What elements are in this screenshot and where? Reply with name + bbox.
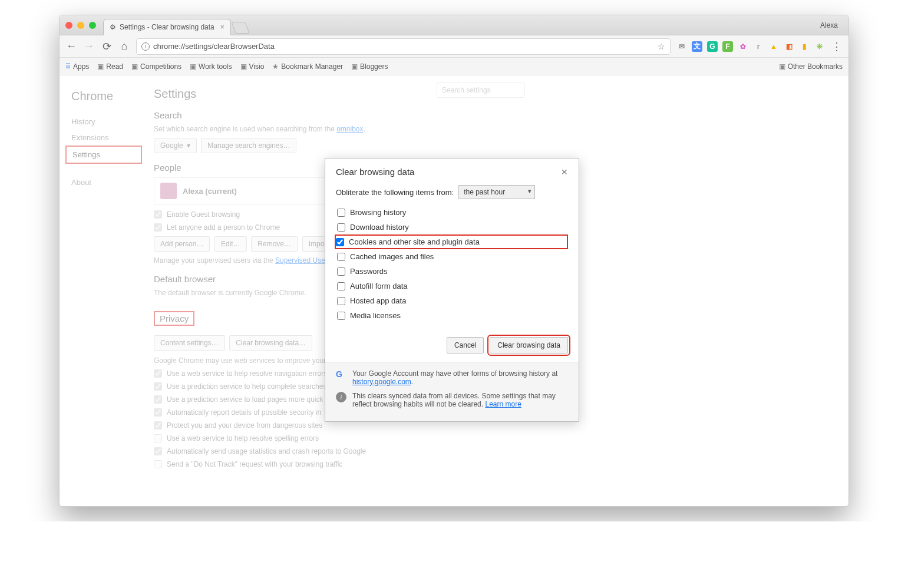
- privacy-option-label: Use a prediction service to load pages m…: [167, 395, 323, 404]
- gear-icon: ⚙: [110, 23, 116, 31]
- clear-browsing-data-dialog: Clear browsing data ✕ Obliterate the fol…: [325, 158, 579, 422]
- extension-icons: ✉文GF✿r▲◧▮❊: [676, 41, 825, 52]
- dialog-close-icon[interactable]: ✕: [561, 167, 568, 177]
- privacy-option-label: Use a web service to help resolve naviga…: [167, 369, 327, 378]
- clear-data-button[interactable]: Clear browsing data: [490, 337, 568, 354]
- clear-data-option-label: Cookies and other site and plugin data: [349, 237, 480, 246]
- supervised-users-link[interactable]: Supervised Use: [275, 256, 325, 265]
- mail-icon[interactable]: ✉: [676, 41, 687, 52]
- clear-data-checkbox[interactable]: [337, 253, 345, 261]
- back-button[interactable]: ←: [65, 40, 77, 52]
- clear-data-checkbox[interactable]: [337, 297, 345, 305]
- bug-icon[interactable]: ❊: [814, 41, 825, 52]
- privacy-checkbox[interactable]: [154, 421, 162, 430]
- settings-sidebar: Chrome HistoryExtensionsSettingsAbout: [65, 87, 142, 506]
- privacy-option-label: Use a web service to help resolve spelli…: [167, 434, 319, 442]
- folder-icon: ▣: [131, 62, 138, 71]
- brand-heading: Chrome: [65, 90, 142, 103]
- search-section-heading: Search: [154, 110, 590, 120]
- close-window-button[interactable]: [65, 22, 72, 29]
- other-bookmarks[interactable]: ▣ Other Bookmarks: [779, 62, 843, 71]
- search-engine-select[interactable]: Google ▾: [154, 138, 197, 153]
- cancel-button[interactable]: Cancel: [447, 337, 484, 354]
- clear-data-checkbox[interactable]: [337, 282, 345, 290]
- current-user-label: Alexa (current): [183, 187, 237, 196]
- add-person-button[interactable]: Add person…: [154, 236, 210, 252]
- close-tab-icon[interactable]: ×: [220, 23, 224, 31]
- clear-data-option-label: Hosted app data: [350, 296, 406, 305]
- feedly-icon[interactable]: F: [722, 41, 733, 52]
- folder-icon: ▣: [240, 62, 247, 71]
- bookmark-folder[interactable]: ▣Competitions: [131, 62, 181, 71]
- translate-icon[interactable]: 文: [692, 41, 702, 52]
- bookmark-folder[interactable]: ▣Bloggers: [351, 62, 388, 71]
- privacy-checkbox[interactable]: [154, 382, 162, 391]
- apps-shortcut[interactable]: ⠿ Apps: [65, 62, 89, 71]
- clear-data-checkbox[interactable]: [337, 267, 345, 276]
- bookmark-folder[interactable]: ▣Work tools: [190, 62, 232, 71]
- clear-data-checkbox[interactable]: [337, 223, 345, 232]
- clear-data-option-label: Passwords: [350, 267, 388, 276]
- window-controls: [65, 22, 96, 29]
- sidebar-item-extensions[interactable]: Extensions: [65, 130, 142, 146]
- content-settings-button[interactable]: Content settings…: [154, 335, 225, 351]
- bookmark-folder[interactable]: ▣Read: [97, 62, 123, 71]
- privacy-checkbox[interactable]: [154, 369, 162, 378]
- privacy-checkbox[interactable]: [154, 408, 162, 417]
- edit-person-button[interactable]: Edit…: [214, 236, 247, 252]
- sidebar-item-settings[interactable]: Settings: [65, 146, 142, 164]
- search-hint: Set which search engine is used when sea…: [154, 125, 590, 133]
- bookmark-label: Read: [106, 62, 123, 71]
- new-tab-button[interactable]: [231, 22, 249, 34]
- learn-more-sync-link[interactable]: Learn more: [485, 400, 521, 408]
- google-logo-icon: G: [336, 369, 346, 380]
- clear-browsing-data-button[interactable]: Clear browsing data…: [229, 335, 312, 351]
- manage-search-engines-button[interactable]: Manage search engines…: [201, 138, 296, 153]
- menu-button[interactable]: ⋮: [831, 40, 843, 53]
- site-info-icon[interactable]: i: [141, 42, 150, 51]
- drive-icon[interactable]: ▲: [768, 41, 779, 52]
- zoom-window-button[interactable]: [89, 22, 96, 29]
- clear-data-option: Autofill form data: [336, 279, 568, 293]
- star-icon: ★: [272, 62, 279, 71]
- history-google-link[interactable]: history.google.com: [352, 378, 411, 386]
- gear-ext-icon[interactable]: ✿: [738, 41, 748, 52]
- analytics-icon[interactable]: ▮: [799, 41, 810, 52]
- sidebar-item-history[interactable]: History: [65, 114, 142, 130]
- folder-icon: ▣: [97, 62, 104, 71]
- clear-data-checkbox[interactable]: [337, 312, 345, 320]
- home-button[interactable]: ⌂: [118, 40, 130, 52]
- omnibox[interactable]: i chrome://settings/clearBrowserData ☆: [136, 38, 671, 55]
- browser-tab[interactable]: ⚙ Settings - Clear browsing data ×: [103, 19, 231, 35]
- clear-data-checkbox[interactable]: [336, 238, 344, 246]
- bookmark-folder[interactable]: ★Bookmark Manager: [272, 62, 343, 71]
- clear-data-option: Hosted app data: [336, 293, 568, 308]
- clear-data-checkbox[interactable]: [337, 209, 345, 217]
- bookmark-folder[interactable]: ▣Visio: [240, 62, 265, 71]
- grammarly-icon[interactable]: G: [707, 41, 718, 52]
- folder-icon: ▣: [351, 62, 358, 71]
- flag-icon[interactable]: ◧: [784, 41, 794, 52]
- privacy-checkbox[interactable]: [154, 447, 162, 455]
- obliterate-label: Obliterate the following items from:: [336, 188, 454, 197]
- reload-button[interactable]: ⟳: [101, 40, 113, 53]
- remove-person-button[interactable]: Remove…: [251, 236, 298, 252]
- titlebar: ⚙ Settings - Clear browsing data × Alexa: [60, 15, 848, 35]
- anyone-add-person-checkbox[interactable]: [154, 223, 162, 232]
- r-icon[interactable]: r: [753, 41, 764, 52]
- profile-name[interactable]: Alexa: [820, 21, 843, 29]
- privacy-checkbox[interactable]: [154, 434, 162, 442]
- privacy-checkbox[interactable]: [154, 460, 162, 468]
- privacy-option-label: Automatically report details of possible…: [167, 408, 321, 417]
- time-range-select[interactable]: the past hour: [458, 185, 535, 199]
- omnibox-link[interactable]: omnibox: [336, 125, 363, 133]
- bookmark-label: Bookmark Manager: [281, 62, 343, 71]
- privacy-checkbox[interactable]: [154, 395, 162, 404]
- bookmarks-bar: ⠿ Apps ▣Read▣Competitions▣Work tools▣Vis…: [60, 58, 848, 75]
- search-settings-input[interactable]: Search settings: [437, 82, 525, 98]
- bookmark-label: Visio: [249, 62, 265, 71]
- sidebar-item-about[interactable]: About: [65, 174, 142, 190]
- minimize-window-button[interactable]: [77, 22, 84, 29]
- bookmark-star-icon[interactable]: ☆: [658, 42, 665, 51]
- guest-browsing-checkbox[interactable]: [154, 210, 162, 219]
